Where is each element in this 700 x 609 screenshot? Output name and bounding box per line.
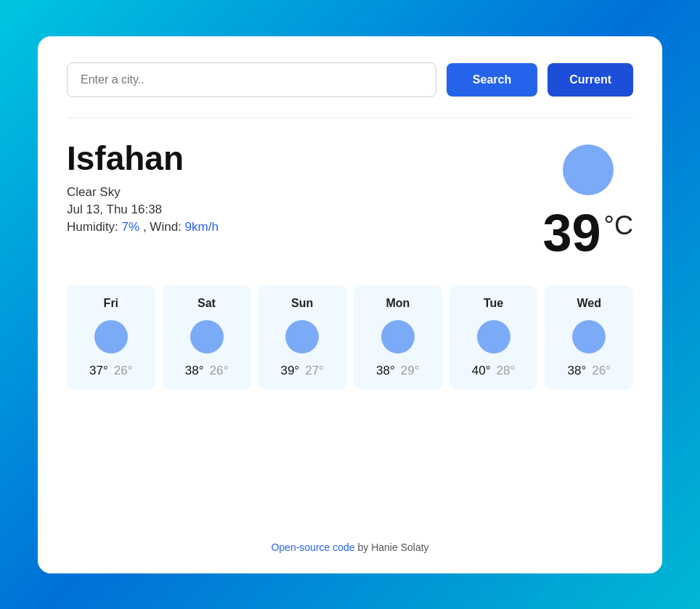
current-weather-section: Isfahan Clear Sky Jul 13, Thu 16:38 Humi… bbox=[67, 139, 633, 259]
forecast-card: Mon 38 29 bbox=[354, 285, 442, 390]
temperature-value: 39 bbox=[543, 207, 601, 259]
weather-right: 39 °C bbox=[543, 144, 634, 259]
temperature-display: 39 °C bbox=[543, 207, 634, 259]
forecast-high: 38 bbox=[185, 364, 204, 378]
wind-label-separator: , bbox=[143, 220, 150, 234]
forecast-weather-icon bbox=[285, 320, 319, 353]
forecast-weather-icon bbox=[94, 320, 128, 353]
forecast-low: 28 bbox=[497, 364, 516, 378]
forecast-card: Sun 39 27 bbox=[258, 285, 346, 390]
forecast-card: Fri 37 26 bbox=[67, 285, 155, 390]
weather-left: Isfahan Clear Sky Jul 13, Thu 16:38 Humi… bbox=[67, 139, 219, 234]
forecast-day: Wed bbox=[577, 297, 601, 310]
forecast-day: Fri bbox=[104, 297, 118, 310]
forecast-high: 39 bbox=[280, 364, 299, 378]
forecast-day: Mon bbox=[386, 297, 410, 310]
humidity-value: 7% bbox=[122, 220, 140, 234]
forecast-low: 26 bbox=[592, 364, 611, 378]
footer-suffix: by Hanie Solaty bbox=[355, 541, 429, 553]
forecast-day: Sat bbox=[198, 297, 216, 310]
wind-label: Wind: bbox=[150, 220, 181, 234]
footer: Open-source code by Hanie Solaty bbox=[67, 536, 633, 553]
humidity-label: Humidity: bbox=[67, 220, 118, 234]
forecast-high: 40 bbox=[472, 364, 491, 378]
forecast-temps: 38 29 bbox=[376, 364, 419, 378]
weather-description: Clear Sky bbox=[67, 185, 219, 200]
forecast-weather-icon bbox=[381, 320, 415, 353]
divider bbox=[67, 118, 633, 118]
forecast-weather-icon bbox=[477, 320, 510, 353]
forecast-high: 37 bbox=[89, 364, 108, 378]
city-input[interactable] bbox=[67, 62, 436, 97]
weather-card: Search Current Isfahan Clear Sky Jul 13,… bbox=[38, 36, 662, 573]
forecast-card: Sat 38 26 bbox=[163, 285, 251, 390]
city-name: Isfahan bbox=[67, 139, 219, 178]
weather-date: Jul 13, Thu 16:38 bbox=[67, 203, 219, 217]
search-row: Search Current bbox=[67, 62, 633, 97]
forecast-high: 38 bbox=[376, 364, 395, 378]
wind-value: 9km/h bbox=[185, 220, 219, 234]
forecast-temps: 39 27 bbox=[280, 364, 323, 378]
temperature-unit: °C bbox=[604, 213, 633, 239]
forecast-weather-icon bbox=[190, 320, 224, 353]
forecast-temps: 37 26 bbox=[89, 364, 132, 378]
current-weather-icon bbox=[563, 144, 614, 195]
current-button[interactable]: Current bbox=[548, 63, 633, 97]
forecast-day: Tue bbox=[484, 297, 503, 310]
forecast-day: Sun bbox=[291, 297, 313, 310]
forecast-temps: 38 26 bbox=[567, 364, 610, 378]
forecast-high: 38 bbox=[567, 364, 586, 378]
forecast-row: Fri 37 26 Sat 38 26 Sun 39 27 Mon bbox=[67, 285, 633, 390]
open-source-link[interactable]: Open-source code bbox=[271, 541, 354, 553]
forecast-card: Wed 38 26 bbox=[545, 285, 633, 390]
search-button[interactable]: Search bbox=[447, 63, 537, 97]
forecast-temps: 38 26 bbox=[185, 364, 228, 378]
forecast-card: Tue 40 28 bbox=[449, 285, 538, 390]
forecast-low: 26 bbox=[210, 364, 229, 378]
forecast-weather-icon bbox=[572, 320, 606, 353]
forecast-temps: 40 28 bbox=[472, 364, 515, 378]
forecast-low: 27 bbox=[305, 364, 324, 378]
forecast-low: 29 bbox=[401, 364, 420, 378]
weather-stats: Humidity: 7% , Wind: 9km/h bbox=[67, 220, 219, 234]
forecast-low: 26 bbox=[114, 364, 133, 378]
